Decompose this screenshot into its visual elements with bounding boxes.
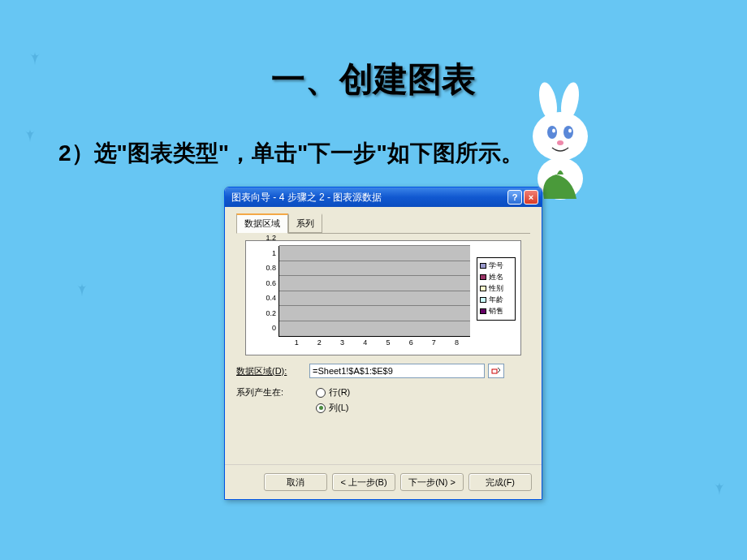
- back-button[interactable]: < 上一步(B): [332, 473, 395, 491]
- legend-label: 学号: [489, 261, 503, 271]
- radio-label: 行(R): [329, 386, 350, 398]
- chart-plot-area: 1.2 1 0.8 0.6 0.4 0.2 0 1 2 3 4 5 6 7 8: [279, 246, 470, 337]
- data-range-label: 数据区域(D):: [236, 365, 309, 377]
- legend-item: 学号: [480, 261, 512, 271]
- ytick: 0.2: [266, 309, 276, 317]
- radio-columns[interactable]: 列(L): [316, 402, 350, 414]
- xtick: 8: [455, 338, 459, 347]
- chart-wizard-dialog: 图表向导 - 4 步骤之 2 - 图表源数据 ? × 数据区域 系列 1.2 1…: [224, 187, 542, 500]
- decoration-sprout: [21, 126, 39, 144]
- legend-item: 年龄: [480, 295, 512, 305]
- range-selector-icon: [491, 367, 501, 375]
- xtick: 7: [432, 338, 436, 347]
- chart-preview: 1.2 1 0.8 0.6 0.4 0.2 0 1 2 3 4 5 6 7 8 …: [245, 240, 521, 355]
- help-button[interactable]: ?: [507, 190, 522, 205]
- radio-label: 列(L): [329, 402, 348, 414]
- tab-data-range[interactable]: 数据区域: [236, 213, 288, 234]
- data-range-input[interactable]: [309, 364, 485, 378]
- radio-icon: [316, 403, 326, 413]
- next-button[interactable]: 下一步(N) >: [400, 473, 464, 491]
- svg-point-3: [547, 126, 557, 139]
- dialog-titlebar[interactable]: 图表向导 - 4 步骤之 2 - 图表源数据 ? ×: [225, 187, 542, 207]
- decoration-sprout: [710, 479, 728, 497]
- ytick: 1: [272, 249, 276, 257]
- legend-label: 销售: [489, 306, 503, 317]
- ytick: 0: [272, 324, 276, 332]
- xtick: 2: [317, 338, 322, 347]
- slide-title: 一、创建图表: [0, 57, 747, 102]
- dialog-button-row: 取消 < 上一步(B) 下一步(N) > 完成(F): [225, 464, 542, 499]
- svg-point-6: [568, 129, 572, 133]
- cancel-button[interactable]: 取消: [264, 473, 327, 491]
- svg-rect-9: [492, 369, 497, 373]
- xtick: 5: [386, 338, 390, 347]
- ytick: 0.4: [266, 294, 276, 302]
- slide-subtitle: 2）选"图表类型"，单击"下一步"如下图所示。: [58, 138, 524, 169]
- tab-strip: 数据区域 系列: [236, 213, 530, 234]
- tab-series[interactable]: 系列: [288, 213, 322, 233]
- bunny-character: [512, 81, 609, 203]
- ytick: 0.6: [266, 279, 276, 287]
- svg-point-5: [552, 129, 555, 133]
- ytick: 0.8: [266, 264, 276, 272]
- legend-item: 销售: [480, 306, 512, 317]
- series-in-label: 系列产生在:: [236, 386, 309, 398]
- svg-point-4: [563, 126, 573, 139]
- radio-rows[interactable]: 行(R): [316, 386, 350, 398]
- legend-label: 姓名: [489, 272, 503, 282]
- xtick: 3: [340, 338, 344, 347]
- finish-button[interactable]: 完成(F): [468, 473, 532, 491]
- ytick: 1.2: [266, 234, 276, 242]
- svg-point-7: [557, 140, 563, 145]
- svg-point-2: [533, 112, 588, 161]
- decoration-sprout: [73, 280, 91, 298]
- legend-item: 性别: [480, 283, 512, 294]
- legend-item: 姓名: [480, 272, 512, 282]
- radio-icon: [316, 388, 326, 398]
- xtick: 4: [363, 338, 367, 347]
- collapse-range-button[interactable]: [488, 364, 504, 378]
- chart-legend: 学号 姓名 性别 年龄 销售: [477, 257, 516, 321]
- legend-label: 性别: [489, 283, 503, 294]
- close-button[interactable]: ×: [524, 190, 538, 205]
- legend-label: 年龄: [489, 295, 503, 305]
- dialog-title: 图表向导 - 4 步骤之 2 - 图表源数据: [231, 191, 506, 205]
- xtick: 6: [409, 338, 413, 347]
- xtick: 1: [295, 338, 299, 347]
